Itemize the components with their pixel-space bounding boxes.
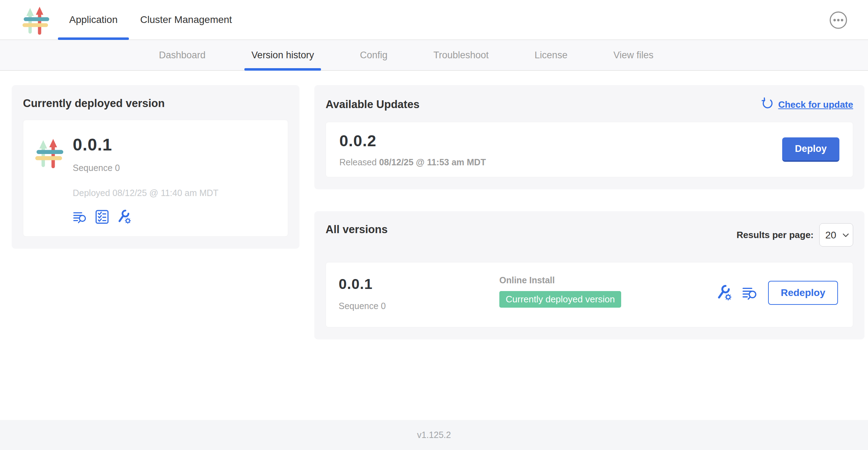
view-logs-button[interactable] — [73, 209, 88, 224]
released-prefix: Released — [339, 157, 379, 167]
edit-config-icon — [716, 285, 732, 301]
install-type-label: Online Install — [499, 275, 716, 285]
tab-view-files-label: View files — [613, 50, 654, 61]
available-updates-card: Available Updates Check for update 0.0.2… — [314, 85, 864, 189]
tab-application-label: Application — [69, 14, 118, 25]
available-update-row: 0.0.2 Released 08/12/25 @ 11:53 am MDT D… — [326, 122, 853, 177]
tab-troubleshoot-label: Troubleshoot — [433, 50, 489, 61]
tab-version-history[interactable]: Version history — [251, 40, 314, 70]
tab-version-history-label: Version history — [251, 50, 314, 61]
edit-config-icon — [117, 209, 131, 224]
update-released-timestamp: Released 08/12/25 @ 11:53 am MDT — [339, 157, 486, 167]
available-updates-title: Available Updates — [326, 98, 420, 111]
row-version-number: 0.0.1 — [339, 276, 499, 292]
preflight-checks-button[interactable] — [95, 209, 109, 224]
all-versions-card: All versions Results per page: 20 0.0.1 … — [314, 211, 864, 339]
currently-deployed-title: Currently deployed version — [23, 97, 288, 110]
version-history-page: Currently deployed version 0.0.1 Sequenc… — [0, 71, 868, 420]
preflight-checks-icon — [95, 209, 109, 224]
view-logs-icon — [73, 209, 88, 224]
tab-config[interactable]: Config — [360, 40, 387, 70]
tab-view-files[interactable]: View files — [613, 40, 654, 70]
tab-dashboard[interactable]: Dashboard — [159, 40, 206, 70]
check-for-update-link[interactable]: Check for update — [761, 97, 853, 112]
currently-deployed-card: Currently deployed version 0.0.1 Sequenc… — [12, 85, 299, 249]
top-nav: Application Cluster Management — [0, 0, 868, 40]
deploy-button[interactable]: Deploy — [782, 137, 839, 162]
tab-cluster-management[interactable]: Cluster Management — [129, 0, 243, 40]
tab-license[interactable]: License — [535, 40, 567, 70]
app-sub-nav: Dashboard Version history Config Trouble… — [0, 40, 868, 71]
all-versions-title: All versions — [326, 223, 388, 236]
results-per-page-select-wrap: 20 — [819, 223, 853, 247]
console-footer: v1.125.2 — [0, 420, 868, 450]
released-date: 08/12/25 @ 11:53 am MDT — [379, 157, 486, 167]
tab-troubleshoot[interactable]: Troubleshoot — [433, 40, 489, 70]
current-version-sequence: Sequence 0 — [73, 163, 219, 173]
app-logo-icon — [34, 137, 65, 168]
current-version-number: 0.0.1 — [73, 135, 219, 154]
tab-dashboard-label: Dashboard — [159, 50, 206, 61]
edit-config-button[interactable] — [117, 209, 131, 224]
tab-cluster-management-label: Cluster Management — [140, 14, 232, 25]
app-logo-icon — [20, 5, 52, 35]
version-row: 0.0.1 Sequence 0 Online Install Currentl… — [326, 262, 853, 327]
ellipsis-icon — [829, 11, 848, 29]
view-logs-button[interactable] — [742, 285, 758, 301]
results-per-page-select[interactable]: 20 — [819, 223, 853, 247]
row-version-sequence: Sequence 0 — [339, 301, 499, 311]
current-version-deployed-timestamp: Deployed 08/12/25 @ 11:40 am MDT — [73, 188, 219, 198]
currently-deployed-badge: Currently deployed version — [499, 291, 621, 308]
refresh-icon — [761, 97, 774, 112]
edit-config-button[interactable] — [716, 285, 732, 301]
tab-license-label: License — [535, 50, 567, 61]
update-version-number: 0.0.2 — [339, 132, 486, 150]
redeploy-button[interactable]: Redeploy — [768, 281, 838, 305]
tab-config-label: Config — [360, 50, 387, 61]
view-logs-icon — [742, 285, 758, 301]
overflow-menu-button[interactable] — [829, 11, 848, 29]
results-per-page-label: Results per page: — [737, 230, 814, 241]
console-version: v1.125.2 — [417, 430, 451, 440]
currently-deployed-version-panel: 0.0.1 Sequence 0 Deployed 08/12/25 @ 11:… — [23, 120, 288, 237]
check-for-update-label: Check for update — [778, 99, 853, 110]
tab-application[interactable]: Application — [58, 0, 129, 40]
